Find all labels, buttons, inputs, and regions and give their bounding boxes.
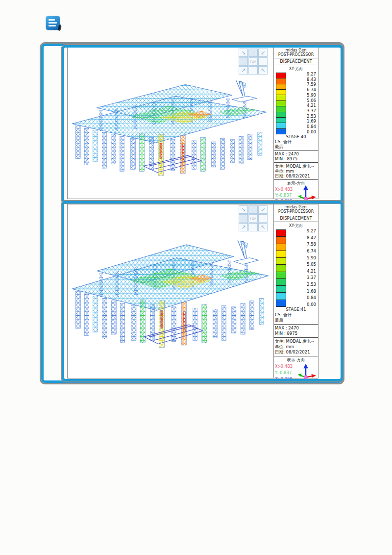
logo-bar bbox=[49, 25, 56, 26]
pan-rotate-bl-icon[interactable]: ↗ bbox=[239, 223, 248, 231]
pan-right-button[interactable] bbox=[258, 214, 268, 223]
legend-color-scale: 9.278.427.586.745.905.054.213.372.531.68… bbox=[276, 229, 317, 307]
app-title: midas Gen bbox=[274, 48, 318, 52]
screenshot-1: ↘ ↙ TOP ↗ ↖ midas Gen POST-PROCESSOR DIS… bbox=[67, 47, 318, 199]
pan-control: ↘ ↙ TOP ↗ ↖ bbox=[239, 49, 268, 75]
stage-label: STAGE:40 bbox=[274, 134, 318, 139]
page: ↘ ↙ TOP ↗ ↖ midas Gen POST-PROCESSOR DIS… bbox=[0, 0, 392, 555]
logo-bar bbox=[49, 22, 57, 24]
pan-rotate-br-icon[interactable]: ↖ bbox=[258, 223, 268, 231]
unit-label: 单位: mm bbox=[274, 344, 318, 350]
screenshot-2: ↘ ↙ TOP ↗ ↖ midas Gen POST-PROCESSOR DIS… bbox=[67, 204, 318, 378]
logo-bar bbox=[49, 19, 55, 21]
divider bbox=[274, 65, 318, 65]
pan-rotate-br-icon[interactable]: ↖ bbox=[258, 66, 268, 75]
cs-sub-label: 最后 bbox=[274, 144, 318, 149]
axis-triad-icon bbox=[295, 183, 317, 204]
min-label: MIN : 8975 bbox=[274, 331, 318, 336]
legend-panel: midas Gen POST-PROCESSOR DISPLACEMENT XY… bbox=[273, 48, 318, 199]
divider bbox=[274, 324, 318, 325]
pan-rotate-tl-icon[interactable]: ↘ bbox=[239, 205, 248, 214]
model-canvas bbox=[70, 234, 273, 353]
pan-up-button[interactable] bbox=[248, 49, 258, 57]
divider bbox=[274, 179, 318, 180]
legend-color-scale: 9.278.437.596.745.905.064.213.372.531.69… bbox=[276, 73, 317, 134]
app-title: midas Gen bbox=[274, 205, 318, 209]
divider bbox=[274, 162, 318, 163]
date-label: 日期: 08/02/2021 bbox=[274, 350, 318, 355]
displacement-label: DISPLACEMENT bbox=[274, 216, 318, 221]
pan-control: ↘ ↙ TOP ↗ ↖ bbox=[239, 205, 268, 231]
post-processor-label: POST-PROCESSOR bbox=[274, 209, 318, 214]
legend-panel: midas Gen POST-PROCESSOR DISPLACEMENT XY… bbox=[273, 204, 318, 378]
divider bbox=[274, 337, 318, 338]
divider bbox=[274, 215, 318, 215]
cs-sub-label: 最后 bbox=[274, 318, 318, 323]
pan-rotate-bl-icon[interactable]: ↗ bbox=[239, 66, 248, 75]
pan-left-button[interactable] bbox=[239, 57, 248, 66]
max-label: MAX : 2470 bbox=[274, 151, 318, 156]
pan-top-view-button[interactable]: TOP bbox=[248, 214, 258, 223]
pan-down-button[interactable] bbox=[248, 223, 258, 231]
cs-label: CS: 合计 bbox=[274, 139, 318, 144]
divider bbox=[274, 222, 318, 222]
unit-label: 单位: mm bbox=[274, 169, 318, 174]
displacement-label: DISPLACEMENT bbox=[274, 59, 318, 64]
model-viewport[interactable]: ↘ ↙ TOP ↗ ↖ bbox=[68, 204, 273, 378]
date-label: 日期: 08/02/2021 bbox=[274, 174, 318, 178]
pan-up-button[interactable] bbox=[248, 205, 258, 214]
divider bbox=[274, 356, 318, 356]
pan-left-button[interactable] bbox=[239, 214, 248, 223]
model-canvas bbox=[70, 75, 271, 181]
pan-rotate-tr-icon[interactable]: ↙ bbox=[258, 205, 268, 214]
min-label: MIN : 8975 bbox=[274, 156, 318, 161]
cs-label: CS: 合计 bbox=[274, 312, 318, 318]
post-processor-label: POST-PROCESSOR bbox=[274, 52, 318, 57]
pan-right-button[interactable] bbox=[258, 57, 268, 66]
pan-rotate-tl-icon[interactable]: ↘ bbox=[239, 49, 248, 57]
divider bbox=[274, 58, 318, 58]
max-label: MAX : 2470 bbox=[274, 326, 318, 331]
axis-triad-icon bbox=[295, 362, 317, 382]
file-label: 文件: MODAL 发电~ bbox=[274, 339, 318, 344]
file-label: 文件: MODAL 发电~ bbox=[274, 164, 318, 169]
pan-rotate-tr-icon[interactable]: ↙ bbox=[258, 49, 268, 57]
pan-top-view-button[interactable]: TOP bbox=[248, 57, 258, 66]
model-viewport[interactable]: ↘ ↙ TOP ↗ ↖ bbox=[68, 48, 273, 199]
divider bbox=[274, 150, 318, 151]
pan-down-button[interactable] bbox=[248, 66, 258, 75]
stage-label: STAGE:41 bbox=[274, 307, 318, 312]
